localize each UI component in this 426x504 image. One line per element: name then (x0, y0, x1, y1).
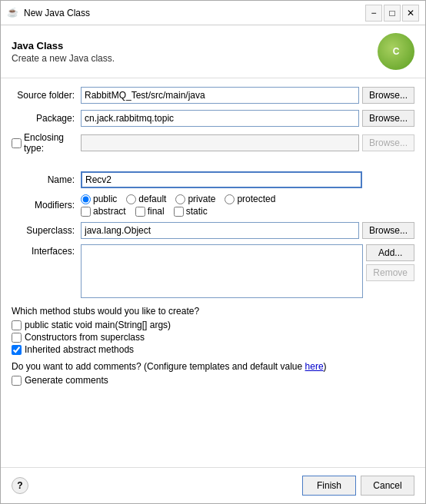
logo-text: C (393, 46, 400, 57)
generate-comments-text: Generate comments (25, 375, 108, 386)
source-folder-row: Source folder: Browse... (12, 86, 414, 104)
name-label: Name: (12, 174, 81, 185)
title-bar-text: New Java Class (24, 8, 361, 18)
modifier-static-label[interactable]: static (174, 206, 208, 217)
modifier-private-radio[interactable] (175, 194, 185, 204)
modifiers-label: Modifiers: (12, 200, 81, 211)
footer-buttons: Finish Cancel (302, 476, 414, 496)
header-logo: C (378, 33, 414, 70)
modifier-public-radio[interactable] (81, 194, 91, 204)
interfaces-label: Interfaces: (12, 244, 81, 257)
modifier-static-checkbox[interactable] (174, 207, 184, 217)
cancel-button[interactable]: Cancel (361, 476, 414, 496)
form-section: Source folder: Browse... Package: Browse… (1, 78, 425, 306)
finish-button[interactable]: Finish (302, 476, 356, 496)
stub-constructor-text: Constructors from superclass (25, 332, 145, 343)
name-input[interactable] (81, 171, 362, 188)
header-section: Java Class Create a new Java class. C (1, 25, 425, 78)
package-row: Package: Browse... (12, 109, 414, 128)
superclass-row: Superclass: Browse... (12, 221, 414, 240)
generate-comments-label[interactable]: Generate comments (12, 375, 414, 386)
package-input[interactable] (81, 110, 359, 127)
stubs-section: Which method stubs would you like to cre… (1, 306, 425, 356)
enclosing-type-row: Enclosing type: Browse... (12, 132, 414, 154)
stub-constructor-label[interactable]: Constructors from superclass (12, 332, 414, 343)
help-button[interactable]: ? (12, 477, 28, 494)
modifier-protected-text: protected (237, 194, 275, 204)
source-folder-label: Source folder: (12, 90, 81, 101)
package-browse-button[interactable]: Browse... (362, 110, 414, 127)
stub-main-label[interactable]: public static void main(String[] args) (12, 320, 414, 330)
stub-abstract-text: Inherited abstract methods (25, 344, 134, 355)
stub-constructor-checkbox[interactable] (12, 333, 22, 343)
interfaces-remove-button: Remove (366, 264, 414, 281)
modifier-final-checkbox[interactable] (135, 207, 145, 217)
java-icon: ☕ (7, 7, 19, 19)
minimize-button[interactable]: − (365, 5, 382, 22)
comments-section: Do you want to add comments? (Configure … (1, 356, 425, 389)
footer: ? Finish Cancel (1, 467, 425, 503)
modifier-private-text: private (188, 194, 215, 204)
modifier-final-label[interactable]: final (135, 206, 165, 217)
enclosing-type-checkbox[interactable] (12, 138, 22, 148)
spacer (1, 389, 425, 467)
title-bar: ☕ New Java Class − □ ✕ (1, 1, 425, 25)
dialog-body: Java Class Create a new Java class. C So… (1, 25, 425, 503)
stub-main-checkbox[interactable] (12, 320, 22, 330)
stubs-title: Which method stubs would you like to cre… (12, 306, 414, 317)
stub-abstract-label[interactable]: Inherited abstract methods (12, 344, 414, 355)
modifier-protected-radio[interactable] (225, 194, 235, 204)
modifiers-checkbox-group: abstract final static (81, 206, 275, 217)
interfaces-buttons: Add... Remove (366, 244, 414, 281)
generate-comments-checkbox[interactable] (12, 376, 22, 386)
enclosing-type-checkbox-label[interactable]: Enclosing type: (12, 132, 75, 154)
interfaces-textarea[interactable] (81, 244, 363, 298)
modifier-public-label[interactable]: public (81, 194, 117, 204)
modifier-abstract-checkbox[interactable] (81, 207, 91, 217)
modifiers-radio-group: public default private protected (81, 194, 275, 204)
modifier-protected-label[interactable]: protected (225, 194, 275, 204)
comments-text: Do you want to add comments? (Configure … (12, 361, 414, 372)
modifier-abstract-text: abstract (93, 206, 126, 217)
modifier-static-text: static (186, 206, 208, 217)
enclosing-type-browse-button: Browse... (362, 134, 414, 151)
superclass-input[interactable] (81, 222, 359, 239)
modifiers-container: public default private protected (81, 194, 275, 217)
interfaces-add-button[interactable]: Add... (366, 244, 414, 261)
header-text: Java Class Create a new Java class. (12, 40, 378, 64)
close-button[interactable]: ✕ (402, 5, 419, 22)
modifier-private-label[interactable]: private (175, 194, 215, 204)
modifier-final-text: final (148, 206, 165, 217)
source-folder-input[interactable] (81, 87, 359, 104)
stub-abstract-checkbox[interactable] (12, 345, 22, 355)
source-folder-browse-button[interactable]: Browse... (362, 87, 414, 104)
modifier-default-text: default (138, 194, 166, 204)
modifier-abstract-label[interactable]: abstract (81, 206, 126, 217)
comments-link[interactable]: here (305, 361, 324, 372)
comments-text-before: Do you want to add comments? (Configure … (12, 361, 305, 372)
stub-main-text: public static void main(String[] args) (25, 320, 171, 330)
package-label: Package: (12, 113, 81, 124)
title-bar-controls: − □ ✕ (365, 5, 419, 22)
name-row: Name: (12, 171, 414, 189)
enclosing-type-input (81, 134, 359, 151)
comments-text-end: ) (324, 361, 327, 372)
superclass-label: Superclass: (12, 225, 81, 236)
header-subtitle: Create a new Java class. (12, 53, 378, 64)
modifier-default-radio[interactable] (126, 194, 136, 204)
header-title: Java Class (12, 40, 378, 51)
superclass-browse-button[interactable]: Browse... (362, 222, 414, 239)
maximize-button[interactable]: □ (384, 5, 401, 22)
modifier-public-text: public (93, 194, 117, 204)
interfaces-row: Interfaces: Add... Remove (12, 244, 414, 298)
modifier-default-label[interactable]: default (126, 194, 166, 204)
modifiers-row: Modifiers: public default private (12, 194, 414, 217)
enclosing-type-label-text: Enclosing type: (24, 132, 75, 154)
